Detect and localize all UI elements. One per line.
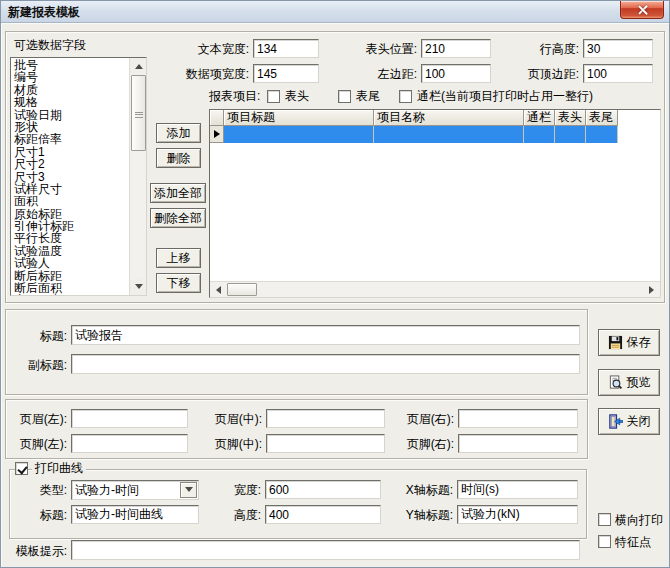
list-item[interactable]: 断后标距 [12, 270, 128, 282]
arrow-up-icon [135, 60, 143, 69]
grid-horizontal-scrollbar[interactable] [210, 281, 660, 297]
list-item[interactable]: 尺寸1 [12, 146, 128, 158]
text-width-input[interactable] [253, 39, 319, 58]
save-button[interactable]: 保存 [598, 329, 660, 356]
report-items-grid[interactable]: 项目标题 项目名称 通栏 表头 表尾 [209, 109, 661, 298]
row-selector-cell[interactable] [210, 126, 224, 143]
left-margin-input[interactable] [421, 64, 491, 83]
page-header-right-input[interactable] [458, 409, 578, 428]
title-input[interactable] [71, 325, 580, 345]
list-item[interactable]: 平行长度 [12, 232, 128, 244]
remove-button[interactable]: 删除 [156, 148, 201, 168]
available-fields-listbox[interactable]: 批号编号材质规格试验日期形状标距倍率尺寸1尺寸2尺寸3试样尺寸面积原始标距引伸计… [10, 57, 147, 296]
curve-height-input[interactable] [265, 505, 381, 524]
page-footer-center-label: 页脚(中): [205, 437, 262, 451]
list-item[interactable]: 形状 [12, 121, 128, 133]
close-window-button[interactable] [620, 1, 664, 19]
landscape-print-label: 横向打印 [615, 513, 663, 527]
add-button[interactable]: 添加 [156, 123, 201, 143]
y-axis-title-label: Y轴标题: [397, 508, 453, 522]
table-header-checkbox[interactable] [267, 90, 280, 103]
list-item[interactable]: 上屈服力 [12, 294, 128, 295]
preview-button[interactable]: 预览 [598, 369, 660, 396]
page-header-center-input[interactable] [266, 409, 385, 428]
page-footer-right-input[interactable] [458, 434, 578, 453]
list-item[interactable]: 编号 [12, 71, 128, 83]
list-item[interactable]: 原始标距 [12, 208, 128, 220]
data-item-width-label: 数据项宽度: [175, 67, 249, 81]
save-button-label: 保存 [627, 334, 651, 351]
page-header-right-label: 页眉(右): [397, 412, 454, 426]
selected-grid-row[interactable] [210, 126, 618, 143]
data-item-width-input[interactable] [253, 64, 319, 83]
page-footer-left-input[interactable] [71, 434, 188, 453]
curve-height-label: 高度: [221, 508, 261, 522]
arrow-right-icon [649, 286, 658, 294]
list-item[interactable]: 批号 [12, 59, 128, 71]
title-bar[interactable]: 新建报表模板 [1, 1, 669, 23]
list-item[interactable]: 尺寸2 [12, 158, 128, 170]
table-header-checkbox-label: 表头 [285, 89, 309, 103]
scroll-up-button[interactable] [130, 58, 147, 74]
grid-cell[interactable] [224, 126, 374, 143]
row-height-input[interactable] [583, 39, 653, 58]
dialog-body: 可选数据字段 批号编号材质规格试验日期形状标距倍率尺寸1尺寸2尺寸3试样尺寸面积… [1, 23, 669, 567]
y-axis-title-input[interactable] [457, 505, 578, 524]
list-item[interactable]: 试验温度 [12, 245, 128, 257]
list-item[interactable]: 尺寸3 [12, 171, 128, 183]
list-item[interactable]: 规格 [12, 96, 128, 108]
grid-column-header[interactable]: 通栏 [524, 110, 555, 126]
grid-cell[interactable] [374, 126, 524, 143]
available-fields-label: 可选数据字段 [14, 38, 86, 52]
scroll-left-button[interactable] [210, 282, 226, 297]
grid-header-row: 项目标题 项目名称 通栏 表头 表尾 [210, 110, 618, 126]
listbox-vertical-scrollbar[interactable] [129, 58, 146, 295]
list-item[interactable]: 引伸计标距 [12, 220, 128, 232]
grid-column-header[interactable]: 表尾 [586, 110, 618, 126]
grid-cell[interactable] [524, 126, 555, 143]
curve-width-input[interactable] [265, 480, 381, 499]
x-axis-title-input[interactable] [457, 480, 578, 499]
list-item[interactable]: 试验人 [12, 257, 128, 269]
list-item[interactable]: 试验日期 [12, 109, 128, 121]
page-footer-right-label: 页脚(右): [397, 437, 454, 451]
page-header-left-input[interactable] [71, 409, 188, 428]
print-curve-checkbox[interactable] [15, 462, 28, 475]
curve-type-combobox[interactable]: 试验力-时间 [71, 480, 199, 500]
scrollbar-thumb[interactable] [131, 75, 146, 151]
grid-cell[interactable] [586, 126, 618, 143]
grid-cell[interactable] [555, 126, 586, 143]
grid-column-header[interactable]: 项目名称 [374, 110, 524, 126]
close-button[interactable]: 关闭 [598, 408, 660, 435]
remove-all-button[interactable]: 删除全部 [150, 208, 206, 228]
hscrollbar-thumb[interactable] [227, 283, 257, 296]
table-footer-checkbox-label: 表尾 [356, 89, 380, 103]
available-fields-list: 批号编号材质规格试验日期形状标距倍率尺寸1尺寸2尺寸3试样尺寸面积原始标距引伸计… [12, 59, 128, 295]
list-item[interactable]: 材质 [12, 84, 128, 96]
header-pos-input[interactable] [421, 39, 491, 58]
curve-width-label: 宽度: [221, 483, 261, 497]
page-top-margin-input[interactable] [583, 64, 653, 83]
scroll-right-button[interactable] [644, 282, 660, 297]
scroll-down-button[interactable] [130, 279, 147, 295]
table-footer-checkbox[interactable] [338, 90, 351, 103]
grid-column-header[interactable]: 表头 [555, 110, 586, 126]
x-axis-title-label: X轴标题: [397, 483, 453, 497]
list-item[interactable]: 试样尺寸 [12, 183, 128, 195]
template-hint-input[interactable] [71, 540, 580, 560]
list-item[interactable]: 断后面积 [12, 282, 128, 294]
full-row-checkbox[interactable] [399, 90, 412, 103]
add-all-button[interactable]: 添加全部 [150, 183, 206, 203]
list-item[interactable]: 面积 [12, 195, 128, 207]
subtitle-input[interactable] [71, 354, 580, 374]
grid-column-header[interactable]: 项目标题 [224, 110, 374, 126]
move-down-button[interactable]: 下移 [156, 273, 201, 293]
curve-title-input[interactable] [71, 505, 199, 524]
combobox-dropdown-button[interactable] [180, 482, 197, 498]
landscape-print-checkbox[interactable] [598, 513, 611, 526]
save-icon [608, 335, 623, 350]
feature-points-checkbox[interactable] [598, 535, 611, 548]
list-item[interactable]: 标距倍率 [12, 133, 128, 145]
move-up-button[interactable]: 上移 [156, 248, 201, 268]
page-footer-center-input[interactable] [266, 434, 385, 453]
